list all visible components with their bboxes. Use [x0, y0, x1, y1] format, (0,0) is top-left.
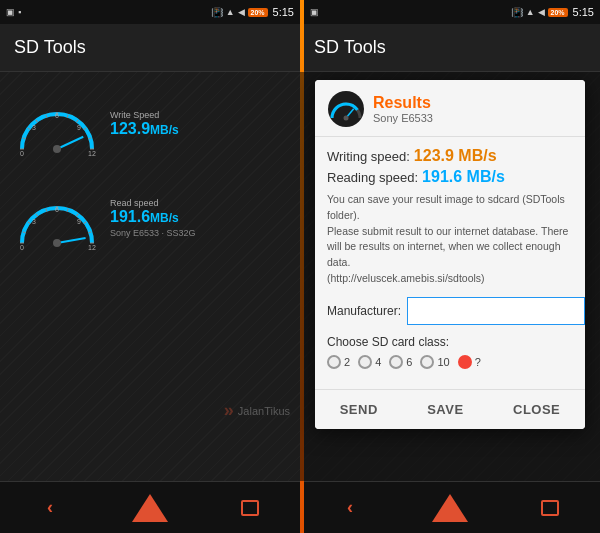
- right-content: Results Sony E6533 Writing speed: 123.9 …: [300, 72, 600, 481]
- left-panel: ▣ ▪ 📳 ▲ ◀ 20% 5:15 SD Tools: [0, 0, 300, 533]
- svg-point-17: [53, 145, 61, 153]
- writing-speed-label: Writing speed:: [327, 149, 410, 164]
- back-icon-right: ‹: [347, 497, 353, 518]
- dialog-actions: SEND SAVE CLOSE: [315, 389, 585, 429]
- device-label: Sony E6533 · SS32G: [110, 228, 196, 238]
- dialog-header: Results Sony E6533: [315, 80, 585, 137]
- read-speed-label: Read speed: [110, 198, 196, 208]
- svg-text:9: 9: [77, 218, 81, 225]
- read-gauge-info: Read speed 191.6MB/s Sony E6533 · SS32G: [110, 198, 196, 238]
- radio-circle-2: [327, 355, 341, 369]
- dialog-overlay: Results Sony E6533 Writing speed: 123.9 …: [300, 72, 600, 481]
- send-button[interactable]: SEND: [326, 396, 392, 423]
- content-area-left: 0 3 6 9 12 Write Speed 123.9MB/s: [0, 72, 300, 481]
- sim-icon-right: ▣: [310, 7, 319, 17]
- bottom-nav-left: ‹: [0, 481, 300, 533]
- radio-circle-10: [420, 355, 434, 369]
- brand-watermark: » JalanTikus: [224, 400, 290, 421]
- status-icons-right: 📳 ▲ ◀ 20% 5:15: [211, 6, 294, 18]
- read-gauge: 0 3 6 9 12: [12, 178, 102, 258]
- write-gauge-info: Write Speed 123.9MB/s: [110, 110, 179, 138]
- status-bar-left: ▣ ▪ 📳 ▲ ◀ 20% 5:15: [0, 0, 300, 24]
- signal-icon: ▲: [226, 7, 235, 17]
- svg-line-16: [57, 137, 83, 149]
- manufacturer-row: Manufacturer:: [327, 297, 573, 325]
- svg-line-34: [57, 238, 86, 243]
- radio-group: 2 4 6 10: [327, 355, 573, 369]
- read-gauge-svg: 0 3 6 9 12: [12, 178, 102, 258]
- radio-item-2[interactable]: 2: [327, 355, 350, 369]
- description-text: You can save your result image to sdcard…: [327, 192, 573, 287]
- svg-text:0: 0: [20, 244, 24, 251]
- radio-item-question[interactable]: ?: [458, 355, 481, 369]
- svg-text:6: 6: [55, 112, 59, 119]
- app-title-right: SD Tools: [314, 37, 386, 58]
- reading-speed-line: Reading speed: 191.6 MB/s: [327, 168, 573, 186]
- right-panel: ▣ 📳 ▲ ◀ 20% 5:15 SD Tools: [300, 0, 600, 533]
- radio-label-2: 2: [344, 356, 350, 368]
- svg-point-35: [53, 239, 61, 247]
- time-right: 5:15: [573, 6, 594, 18]
- recents-button-left[interactable]: [225, 483, 275, 533]
- home-button-left[interactable]: [125, 483, 175, 533]
- svg-text:6: 6: [55, 206, 59, 213]
- svg-text:9: 9: [77, 124, 81, 131]
- svg-point-39: [344, 116, 349, 121]
- radio-item-6[interactable]: 6: [389, 355, 412, 369]
- app-title-left: SD Tools: [14, 37, 86, 58]
- recents-icon-left: [241, 500, 259, 516]
- writing-speed-value: 123.9 MB/s: [414, 147, 497, 165]
- signal-icon-right: ▲: [526, 7, 535, 17]
- status-icons-right-left: ▣: [310, 7, 319, 17]
- sd-class-label: Choose SD card class:: [327, 335, 573, 349]
- dialog-title: Results: [373, 94, 433, 112]
- radio-label-6: 6: [406, 356, 412, 368]
- time-left: 5:15: [273, 6, 294, 18]
- dialog-header-text: Results Sony E6533: [373, 94, 433, 124]
- svg-text:12: 12: [88, 244, 96, 251]
- radio-item-10[interactable]: 10: [420, 355, 449, 369]
- sim-icon: ▣: [6, 7, 15, 17]
- app-toolbar-right: SD Tools: [300, 24, 600, 72]
- app-toolbar-left: SD Tools: [0, 24, 300, 72]
- radio-circle-4: [358, 355, 372, 369]
- svg-text:0: 0: [20, 150, 24, 157]
- write-speed-row: 0 3 6 9 12 Write Speed 123.9MB/s: [12, 84, 288, 164]
- back-button-left[interactable]: ‹: [25, 483, 75, 533]
- radio-label-4: 4: [375, 356, 381, 368]
- recents-button-right[interactable]: [525, 483, 575, 533]
- radio-label-question: ?: [475, 356, 481, 368]
- radio-label-10: 10: [437, 356, 449, 368]
- read-speed-value: 191.6MB/s: [110, 208, 196, 226]
- dialog-app-icon: [327, 90, 365, 128]
- bottom-nav-right: ‹: [300, 481, 600, 533]
- radio-item-4[interactable]: 4: [358, 355, 381, 369]
- radio-circle-question: [458, 355, 472, 369]
- recents-icon-right: [541, 500, 559, 516]
- status-bar-right: ▣ 📳 ▲ ◀ 20% 5:15: [300, 0, 600, 24]
- battery-badge-right: 20%: [548, 8, 568, 17]
- battery-badge: 20%: [248, 8, 268, 17]
- back-button-right[interactable]: ‹: [325, 483, 375, 533]
- sim2-icon: ▪: [18, 7, 21, 17]
- read-speed-row: 0 3 6 9 12 Read speed 191.6MB/s Sony E65…: [12, 178, 288, 258]
- wifi-icon: ◀: [238, 7, 245, 17]
- dialog-body: Writing speed: 123.9 MB/s Reading speed:…: [315, 137, 585, 389]
- wifi-icon-right: ◀: [538, 7, 545, 17]
- reading-speed-value: 191.6 MB/s: [422, 168, 505, 186]
- status-icons-left: ▣ ▪: [6, 7, 21, 17]
- writing-speed-line: Writing speed: 123.9 MB/s: [327, 147, 573, 165]
- close-button[interactable]: CLOSE: [499, 396, 574, 423]
- reading-speed-label: Reading speed:: [327, 170, 418, 185]
- write-gauge: 0 3 6 9 12: [12, 84, 102, 164]
- manufacturer-label: Manufacturer:: [327, 304, 401, 318]
- home-button-right[interactable]: [425, 483, 475, 533]
- svg-text:12: 12: [88, 150, 96, 157]
- svg-text:3: 3: [32, 124, 36, 131]
- save-button[interactable]: SAVE: [413, 396, 477, 423]
- svg-text:3: 3: [32, 218, 36, 225]
- manufacturer-input[interactable]: [407, 297, 585, 325]
- home-icon-right: [432, 494, 468, 522]
- write-speed-label: Write Speed: [110, 110, 179, 120]
- write-speed-value: 123.9MB/s: [110, 120, 179, 138]
